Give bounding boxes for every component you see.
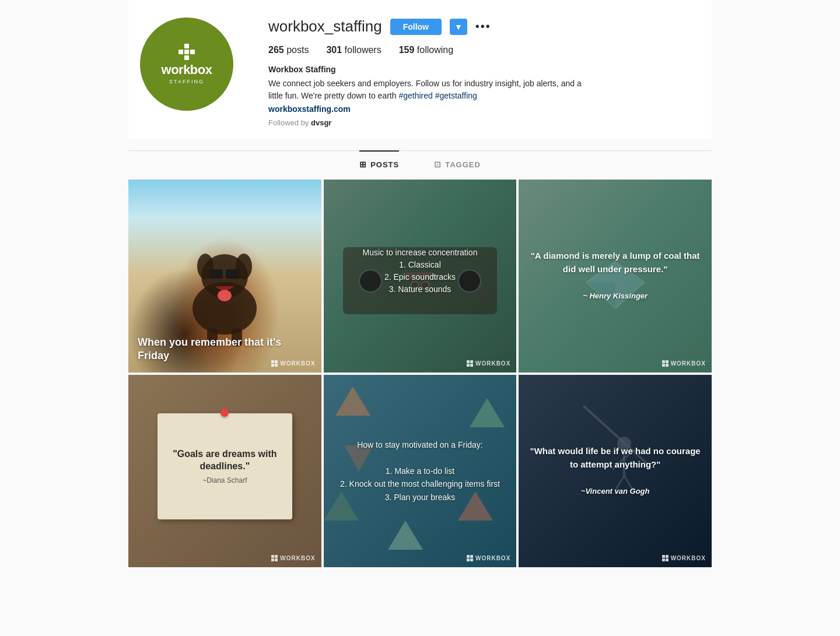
grid-icon: ⊞ bbox=[359, 160, 367, 169]
post-1-watermark: WORKBOX bbox=[271, 360, 315, 367]
post-3-watermark: WORKBOX bbox=[662, 360, 706, 367]
followed-by-prefix: Followed by bbox=[268, 118, 311, 127]
svg-marker-19 bbox=[335, 386, 370, 416]
svg-marker-20 bbox=[470, 398, 505, 427]
pushpin bbox=[220, 409, 229, 417]
post-4-bg: "Goals are dreams with deadlines." ~Dian… bbox=[128, 375, 321, 568]
post-item-6[interactable]: "What would life be if we had no courage… bbox=[519, 375, 712, 568]
avatar-container: workbox STAFFING bbox=[140, 17, 233, 111]
bio-hashtags[interactable]: #gethired #getstaffing bbox=[398, 91, 477, 100]
plus-grid-icon bbox=[178, 44, 195, 60]
post-item-2[interactable]: Music to increase concentration1. Classi… bbox=[324, 180, 517, 373]
watermark-icon-3 bbox=[662, 360, 668, 367]
post-item-5[interactable]: How to stay motivated on a Friday: 1. Ma… bbox=[324, 375, 517, 568]
post-4-watermark: WORKBOX bbox=[271, 555, 315, 561]
following-stat[interactable]: 159 following bbox=[399, 45, 453, 55]
bio-text: We connect job seekers and employers. Fo… bbox=[268, 78, 589, 102]
followers-stat[interactable]: 301 followers bbox=[326, 45, 381, 55]
logo-tagline: STAFFING bbox=[162, 79, 212, 85]
goals-author: ~Diana Scharf bbox=[167, 476, 283, 484]
watermark-icon bbox=[271, 360, 278, 367]
dropdown-button[interactable]: ▼ bbox=[450, 19, 467, 35]
profile-header-row: workbox_staffing Follow ▼ ••• bbox=[268, 17, 700, 36]
tabs-row: ⊞ POSTS ⊡ TAGGED bbox=[128, 151, 712, 177]
tabs-section: ⊞ POSTS ⊡ TAGGED bbox=[128, 150, 712, 177]
tag-icon: ⊡ bbox=[434, 160, 442, 169]
post-item-4[interactable]: "Goals are dreams with deadlines." ~Dian… bbox=[128, 375, 321, 568]
note-content: "Goals are dreams with deadlines." ~Dian… bbox=[167, 448, 283, 484]
post-item-3[interactable]: "A diamond is merely a lump of coal that… bbox=[519, 180, 712, 373]
svg-point-5 bbox=[197, 254, 214, 279]
posts-stat[interactable]: 265 posts bbox=[268, 45, 309, 55]
post-5-watermark: WORKBOX bbox=[467, 555, 510, 561]
goals-quote: "Goals are dreams with deadlines." bbox=[167, 448, 283, 473]
posts-grid: When you remember that it's Friday WORKB… bbox=[128, 180, 712, 567]
post-3-text: "A diamond is merely a lump of coal that… bbox=[519, 240, 712, 311]
tab-tagged-label: TAGGED bbox=[445, 160, 481, 169]
post-6-text: "What would life be if we had no courage… bbox=[519, 435, 712, 507]
logo-wordmark: workbox bbox=[162, 62, 212, 78]
profile-info: workbox_staffing Follow ▼ ••• 265 posts … bbox=[268, 17, 700, 127]
bio-website[interactable]: workboxstaffing.com bbox=[268, 104, 700, 114]
username: workbox_staffing bbox=[268, 17, 382, 36]
posts-count: 265 bbox=[268, 45, 284, 55]
posts-label: posts bbox=[286, 45, 309, 55]
svg-marker-23 bbox=[388, 521, 423, 550]
watermark-icon-2 bbox=[467, 360, 473, 367]
followers-label: followers bbox=[345, 45, 382, 55]
followed-by: Followed by dvsgr bbox=[268, 118, 700, 127]
posts-grid-section: When you remember that it's Friday WORKB… bbox=[128, 177, 712, 570]
profile-section: workbox STAFFING workbox_staffing Follow… bbox=[128, 0, 712, 139]
avatar: workbox STAFFING bbox=[140, 17, 233, 111]
followers-count: 301 bbox=[326, 45, 342, 55]
logo-icon bbox=[162, 44, 212, 60]
post-2-text: Music to increase concentration1. Classi… bbox=[324, 237, 517, 305]
tab-posts-label: POSTS bbox=[370, 160, 399, 169]
svg-point-6 bbox=[236, 254, 252, 279]
post-5-text: How to stay motivated on a Friday: 1. Ma… bbox=[324, 429, 517, 513]
watermark-icon-5 bbox=[467, 555, 473, 561]
post-6-watermark: WORKBOX bbox=[662, 555, 706, 561]
tab-tagged[interactable]: ⊡ TAGGED bbox=[434, 150, 481, 177]
watermark-icon-6 bbox=[662, 555, 668, 561]
svg-point-7 bbox=[218, 290, 232, 301]
following-label: following bbox=[417, 45, 453, 55]
follow-button[interactable]: Follow bbox=[390, 19, 442, 35]
tab-posts[interactable]: ⊞ POSTS bbox=[359, 150, 399, 177]
bio-name: Workbox Staffing bbox=[268, 65, 700, 74]
post-item-1[interactable]: When you remember that it's Friday WORKB… bbox=[128, 180, 321, 373]
more-options-button[interactable]: ••• bbox=[475, 20, 491, 33]
following-count: 159 bbox=[399, 45, 415, 55]
stats-row: 265 posts 301 followers 159 following bbox=[268, 45, 700, 55]
note-card: "Goals are dreams with deadlines." ~Dian… bbox=[158, 413, 292, 519]
watermark-icon-4 bbox=[271, 555, 278, 561]
post-2-watermark: WORKBOX bbox=[467, 360, 510, 367]
followed-by-user[interactable]: dvsgr bbox=[311, 118, 331, 127]
